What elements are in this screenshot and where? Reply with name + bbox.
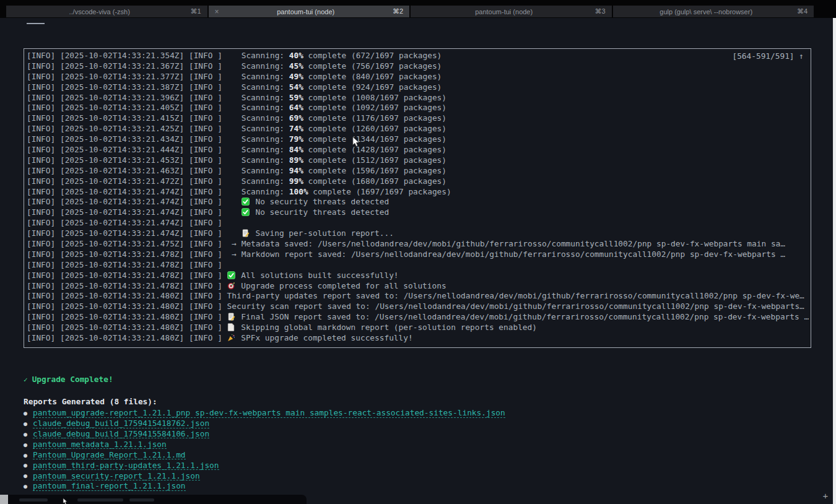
- log-emphasis-text: 59%: [289, 93, 303, 102]
- report-file-item: ●Pantoum_Upgrade_Report_1.21.1.md: [24, 450, 505, 461]
- tab-label: gulp (gulp\ serve\ --nobrowser): [619, 8, 793, 15]
- log-line: [INFO] [2025-10-02T14:33:21.474Z] [INFO …: [27, 207, 811, 218]
- report-file-link[interactable]: claude_debug_build_1759415418762.json: [33, 419, 209, 428]
- log-line: [INFO] [2025-10-02T14:33:21.480Z] [INFO …: [27, 302, 811, 312]
- log-timestamp-prefix: [INFO] [2025-10-02T14:33:21.480Z] [INFO …: [27, 302, 222, 311]
- tab-4[interactable]: gulp (gulp\ serve\ --nobrowser)⌘4: [613, 6, 814, 17]
- log-text: Scanning:: [222, 124, 289, 133]
- log-text: [222, 312, 227, 321]
- log-line: [INFO] [2025-10-02T14:33:21.474Z] [INFO …: [27, 187, 811, 198]
- log-text: Final JSON report saved to: /Users/nello…: [237, 312, 809, 321]
- log-line: [INFO] [2025-10-02T14:33:21.480Z] [INFO …: [27, 333, 811, 344]
- log-text: [222, 333, 227, 342]
- log-text: [222, 281, 227, 290]
- report-file-item: ●claude_debug_build_1759415418762.json: [24, 419, 505, 429]
- bullet-icon: ●: [24, 452, 27, 459]
- log-emphasis-text: 74%: [289, 124, 303, 133]
- log-timestamp-prefix: [INFO] [2025-10-02T14:33:21.472Z] [INFO …: [27, 176, 222, 186]
- log-line: [INFO] [2025-10-02T14:33:21.453Z] [INFO …: [27, 155, 811, 166]
- upgrade-complete-text: Upgrade Complete!: [32, 375, 113, 384]
- log-text: Scanning:: [222, 155, 289, 165]
- report-file-link[interactable]: pantoum_security-report_1.21.1.json: [33, 472, 200, 480]
- summary-section: ✓Upgrade Complete! Reports Generated (8 …: [24, 375, 505, 492]
- log-line: [INFO] [2025-10-02T14:33:21.480Z] [INFO …: [27, 323, 811, 333]
- log-timestamp-prefix: [INFO] [2025-10-02T14:33:21.480Z] [INFO …: [27, 291, 222, 300]
- log-text: → Markdown report saved: /Users/nellodan…: [222, 250, 785, 259]
- log-line: [INFO] [2025-10-02T14:33:21.387Z] [INFO …: [27, 82, 811, 93]
- log-text: complete (1512/1697 packages): [303, 155, 446, 165]
- log-text: complete (1428/1697 packages): [303, 145, 446, 154]
- log-timestamp-prefix: [INFO] [2025-10-02T14:33:21.475Z] [INFO …: [27, 239, 222, 248]
- report-file-link[interactable]: Pantoum_Upgrade_Report_1.21.1.md: [33, 451, 186, 459]
- log-line: [INFO] [2025-10-02T14:33:21.478Z] [INFO …: [27, 281, 811, 292]
- bullet-icon: ●: [24, 410, 27, 417]
- bullet-icon: ●: [24, 431, 27, 438]
- log-emphasis-text: 94%: [289, 166, 303, 175]
- log-text: Scanning:: [222, 93, 289, 102]
- report-file-list: ●pantoum_upgrade-report_1.21.1_pnp sp-de…: [24, 408, 505, 492]
- log-text: Scanning:: [222, 176, 289, 186]
- terminal-tab-bar: ../vscode-viva (-zsh)⌘1×pantoum-tui (nod…: [0, 0, 836, 18]
- tab-1[interactable]: ../vscode-viva (-zsh)⌘1: [6, 6, 207, 17]
- log-emphasis-text: 84%: [289, 145, 303, 154]
- log-line: [INFO] [2025-10-02T14:33:21.396Z] [INFO …: [27, 93, 811, 103]
- check-icon: [227, 271, 237, 279]
- tab-3[interactable]: pantoum-tui (node)⌘3: [411, 6, 612, 17]
- tab-shortcut: ⌘1: [190, 7, 201, 15]
- log-text: [222, 207, 242, 217]
- bullet-icon: ●: [24, 441, 27, 448]
- overlay-blur-text: [19, 498, 48, 502]
- log-timestamp-prefix: [INFO] [2025-10-02T14:33:21.480Z] [INFO …: [27, 312, 222, 321]
- log-timestamp-prefix: [INFO] [2025-10-02T14:33:21.474Z] [INFO …: [27, 207, 222, 217]
- new-tab-button[interactable]: +: [818, 489, 833, 502]
- log-line: [INFO] [2025-10-02T14:33:21.472Z] [INFO …: [27, 176, 811, 187]
- dart-icon: [227, 282, 237, 290]
- bullet-icon: ●: [24, 462, 27, 469]
- log-line: [INFO] [2025-10-02T14:33:21.367Z] [INFO …: [27, 61, 811, 72]
- log-emphasis-text: 45%: [289, 61, 303, 71]
- log-emphasis-text: 99%: [289, 176, 303, 186]
- log-timestamp-prefix: [INFO] [2025-10-02T14:33:21.478Z] [INFO …: [27, 281, 222, 290]
- check-icon: [242, 208, 251, 216]
- log-emphasis-text: 69%: [289, 113, 303, 123]
- log-emphasis-text: 79%: [289, 134, 303, 144]
- log-line: [INFO] [2025-10-02T14:33:21.478Z] [INFO …: [27, 260, 811, 271]
- log-text: No security threats detected: [251, 197, 389, 206]
- bullet-icon: ●: [24, 420, 27, 427]
- report-file-link[interactable]: pantoum_third-party-updates_1.21.1.json: [33, 461, 219, 470]
- log-output-panel[interactable]: [INFO] [2025-10-02T14:33:21.354Z] [INFO …: [24, 48, 811, 348]
- report-file-link[interactable]: pantoum_final-report_1.21.1.json: [33, 482, 186, 490]
- log-text: complete (672/1697 packages): [303, 51, 442, 60]
- log-text: Saving per-solution report...: [251, 228, 394, 238]
- log-text: SPFx upgrade completed successfully!: [237, 333, 413, 342]
- log-line: [INFO] [2025-10-02T14:33:21.474Z] [INFO …: [27, 228, 811, 239]
- log-line: [INFO] [2025-10-02T14:33:21.354Z] [INFO …: [27, 51, 811, 61]
- report-file-link[interactable]: claude_debug_build_1759415584106.json: [33, 430, 209, 438]
- log-text: complete (1260/1697 packages): [303, 124, 446, 133]
- log-timestamp-prefix: [INFO] [2025-10-02T14:33:21.415Z] [INFO …: [27, 113, 222, 123]
- log-text: Scanning:: [222, 72, 289, 81]
- log-line: [INFO] [2025-10-02T14:33:21.480Z] [INFO …: [27, 312, 811, 323]
- report-file-link[interactable]: pantoum_upgrade-report_1.21.1_pnp sp-dev…: [33, 409, 505, 417]
- log-timestamp-prefix: [INFO] [2025-10-02T14:33:21.478Z] [INFO …: [27, 260, 222, 269]
- tab-2-active[interactable]: ×pantoum-tui (node)⌘2: [209, 6, 410, 17]
- log-line: [INFO] [2025-10-02T14:33:21.478Z] [INFO …: [27, 250, 811, 260]
- reports-heading: Reports Generated (8 files):: [24, 398, 505, 406]
- log-text: Scanning:: [222, 61, 289, 71]
- log-timestamp-prefix: [INFO] [2025-10-02T14:33:21.480Z] [INFO …: [27, 323, 222, 332]
- log-text: Scanning:: [222, 103, 289, 112]
- log-line: [INFO] [2025-10-02T14:33:21.434Z] [INFO …: [27, 134, 811, 145]
- log-text: complete (1596/1697 packages): [303, 166, 446, 175]
- page-icon: [227, 323, 237, 331]
- log-timestamp-prefix: [INFO] [2025-10-02T14:33:21.463Z] [INFO …: [27, 166, 222, 175]
- log-line: [INFO] [2025-10-02T14:33:21.425Z] [INFO …: [27, 124, 811, 134]
- report-file-item: ●claude_debug_build_1759415584106.json: [24, 429, 505, 440]
- log-timestamp-prefix: [INFO] [2025-10-02T14:33:21.444Z] [INFO …: [27, 145, 222, 154]
- log-text: Scanning:: [222, 113, 289, 123]
- memo-icon: [227, 313, 237, 321]
- log-timestamp-prefix: [INFO] [2025-10-02T14:33:21.474Z] [INFO …: [27, 197, 222, 206]
- log-text: No security threats detected: [251, 207, 389, 217]
- tab-close-icon[interactable]: ×: [215, 8, 219, 15]
- report-file-link[interactable]: pantoum_metadata_1.21.1.json: [33, 440, 167, 449]
- log-timestamp-prefix: [INFO] [2025-10-02T14:33:21.480Z] [INFO …: [27, 333, 222, 342]
